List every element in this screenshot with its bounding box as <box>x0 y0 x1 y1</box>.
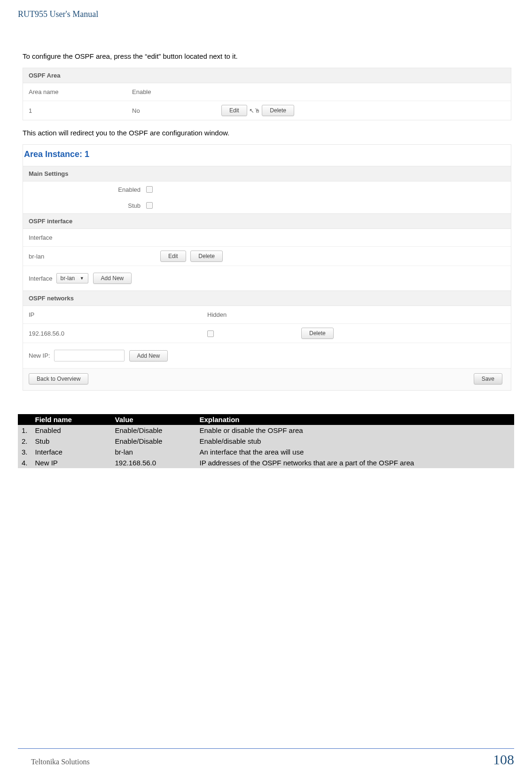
document-title: RUT955 User's Manual <box>18 9 514 19</box>
hidden-checkbox[interactable] <box>207 330 214 337</box>
interface-select[interactable]: br-lan ▼ <box>56 273 88 283</box>
ip-value: 192.168.56.0 <box>29 330 207 337</box>
stub-label: Stub <box>29 202 146 209</box>
enabled-label: Enabled <box>29 186 146 193</box>
cursor-icon: ↖🖱 <box>249 107 260 114</box>
row-expl: An interface that the area will use <box>196 447 514 457</box>
row-num: 2. <box>18 436 31 447</box>
edit-button[interactable]: Edit <box>221 105 247 116</box>
hidden-col-header: Hidden <box>207 311 227 318</box>
row-name: New IP <box>31 457 111 468</box>
ip-add-new-button[interactable]: Add New <box>129 350 168 361</box>
new-ip-row: New IP: Add New <box>23 343 511 368</box>
row-expl: Enable or disable the OSPF area <box>196 425 514 436</box>
footer-page-number: 108 <box>493 752 514 768</box>
fields-explanation-table: Field name Value Explanation 1. Enabled … <box>18 414 514 468</box>
save-button[interactable]: Save <box>474 373 502 385</box>
delete-button[interactable]: Delete <box>262 105 294 116</box>
interface-header-row: Interface <box>23 229 511 247</box>
row-value: 192.168.56.0 <box>111 457 196 468</box>
row-name: Stub <box>31 436 111 447</box>
chevron-down-icon: ▼ <box>80 276 84 281</box>
th-field-name: Field name <box>31 414 111 425</box>
interface-edit-button[interactable]: Edit <box>160 251 186 262</box>
ospf-area-header: OSPF Area <box>23 68 511 83</box>
ospf-area-panel: OSPF Area Area name Enable 1 No Edit↖🖱 D… <box>23 68 511 120</box>
row-value: br-lan <box>111 447 196 457</box>
interface-add-row: Interface br-lan ▼ Add New <box>23 266 511 290</box>
row-expl: Enable/disable stub <box>196 436 514 447</box>
page-footer: Teltonika Solutions 108 <box>18 748 514 768</box>
area-enable-value: No <box>132 107 221 114</box>
enabled-row: Enabled <box>23 181 511 197</box>
networks-data-row: 192.168.56.0 Delete <box>23 324 511 343</box>
interface-col-header: Interface <box>29 234 132 241</box>
row-value: Enable/Disable <box>111 425 196 436</box>
ospf-interface-header: OSPF interface <box>23 213 511 229</box>
interface-data-row: br-lan Edit Delete <box>23 247 511 266</box>
col-area-name: Area name <box>29 88 132 95</box>
footer-divider <box>18 748 514 749</box>
th-explanation: Explanation <box>196 414 514 425</box>
ospf-networks-header: OSPF networks <box>23 290 511 306</box>
stub-checkbox[interactable] <box>146 202 153 209</box>
area-name-value: 1 <box>29 107 132 114</box>
intro-text-1: To configure the OSPF area, press the “e… <box>23 52 514 60</box>
interface-value: br-lan <box>29 253 132 260</box>
new-ip-label: New IP: <box>29 352 54 359</box>
table-row: 4. New IP 192.168.56.0 IP addresses of t… <box>18 457 514 468</box>
enabled-checkbox[interactable] <box>146 186 153 193</box>
ospf-area-columns: Area name Enable <box>23 83 511 101</box>
new-ip-input[interactable] <box>54 350 125 361</box>
table-row: 3. Interface br-lan An interface that th… <box>18 447 514 457</box>
row-num: 4. <box>18 457 31 468</box>
row-num: 3. <box>18 447 31 457</box>
row-num: 1. <box>18 425 31 436</box>
row-value: Enable/Disable <box>111 436 196 447</box>
interface-select-label: Interface <box>29 275 56 282</box>
col-enable: Enable <box>132 88 221 95</box>
table-row: 1. Enabled Enable/Disable Enable or disa… <box>18 425 514 436</box>
ip-col-header: IP <box>29 311 207 318</box>
panel-bottom-bar: Back to Overview Save <box>23 368 511 390</box>
stub-row: Stub <box>23 197 511 213</box>
area-instance-title: Area Instance: 1 <box>23 145 511 166</box>
back-to-overview-button[interactable]: Back to Overview <box>29 373 88 385</box>
row-name: Interface <box>31 447 111 457</box>
networks-header-row: IP Hidden <box>23 306 511 324</box>
area-instance-panel: Area Instance: 1 Main Settings Enabled S… <box>23 144 511 391</box>
table-row: 2. Stub Enable/Disable Enable/disable st… <box>18 436 514 447</box>
interface-select-value: br-lan <box>61 275 75 282</box>
th-blank <box>18 414 31 425</box>
footer-company: Teltonika Solutions <box>18 758 90 766</box>
row-expl: IP addresses of the OSPF networks that a… <box>196 457 514 468</box>
interface-delete-button[interactable]: Delete <box>190 251 223 262</box>
row-name: Enabled <box>31 425 111 436</box>
main-settings-header: Main Settings <box>23 166 511 181</box>
network-delete-button[interactable]: Delete <box>301 328 334 339</box>
interface-add-new-button[interactable]: Add New <box>93 273 132 284</box>
intro-text-2: This action will redirect you to the OSP… <box>23 129 514 137</box>
th-value: Value <box>111 414 196 425</box>
ospf-area-row: 1 No Edit↖🖱 Delete <box>23 101 511 120</box>
